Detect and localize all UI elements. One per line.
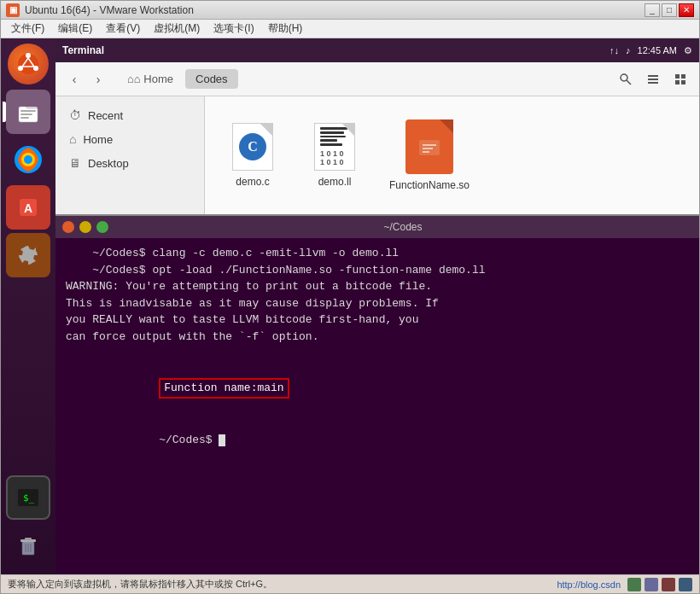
terminal-title-bar: ~/Codes: [55, 216, 699, 238]
list-view-button[interactable]: [641, 67, 665, 91]
svg-rect-18: [25, 538, 32, 540]
vmware-icon: ▣: [6, 3, 20, 17]
sidebar-item-desktop[interactable]: 🖥 Desktop: [55, 151, 204, 175]
dock-files[interactable]: [6, 90, 50, 134]
dock-settings[interactable]: [6, 233, 50, 277]
files-icon: [16, 100, 40, 124]
terminal-icon: $_: [16, 486, 40, 510]
svg-rect-27: [675, 74, 680, 79]
home-sidebar-icon: ⌂: [69, 132, 76, 146]
c-file-icon: C: [232, 123, 273, 171]
breadcrumb: ⌂ ⌂ Home Codes: [117, 69, 238, 89]
terminal-area: ~/Codes ~/Codes$ clang -c demo.c -emit-l…: [55, 216, 699, 574]
desktop-icon: 🖥: [69, 156, 81, 170]
dock-trash[interactable]: [6, 523, 50, 568]
sidebar-item-recent[interactable]: ⏱ Recent: [55, 103, 204, 127]
status-icon-4: [679, 578, 692, 591]
terminal-line-prompt: ~/Codes$: [66, 415, 689, 465]
status-icon-1: [627, 578, 641, 591]
breadcrumb-home[interactable]: ⌂ ⌂ Home: [117, 69, 184, 89]
menu-tab[interactable]: 选项卡(I): [207, 20, 260, 38]
function-name-output: Function name:main: [159, 378, 289, 399]
status-tray-icons: [627, 578, 692, 591]
sidebar-item-home[interactable]: ⌂ Home: [55, 127, 204, 151]
svg-rect-7: [20, 117, 29, 119]
file-item-functionname-so[interactable]: FunctionName.so: [389, 119, 470, 191]
c-logo: C: [239, 133, 266, 160]
file-item-demo-c[interactable]: C demo.c: [225, 123, 280, 188]
svg-text:$_: $_: [23, 492, 35, 504]
terminal-title: ~/Codes: [114, 221, 692, 233]
svg-rect-29: [675, 80, 680, 84]
file-grid: C demo.c 1 0 1 0: [205, 96, 699, 214]
tray-time: 12:45 AM: [638, 45, 677, 55]
volume-icon: ♪: [626, 45, 631, 55]
sort-icon: ↑↓: [610, 45, 619, 55]
ubuntu-area: A $_: [1, 38, 699, 574]
dock-ubuntu[interactable]: [6, 42, 50, 86]
svg-rect-30: [681, 80, 685, 84]
svg-rect-31: [419, 140, 440, 155]
menu-vm[interactable]: 虚拟机(M): [147, 20, 207, 38]
firefox-icon: [12, 143, 44, 176]
file-sidebar: ⏱ Recent ⌂ Home 🖥 Desktop: [55, 96, 205, 214]
minimize-button[interactable]: _: [645, 3, 660, 17]
so-file-graphic: [416, 133, 443, 160]
terminal-cursor: [219, 434, 225, 446]
terminal-line-warning2: This is inadvisable as it may cause disp…: [66, 295, 689, 312]
menu-help[interactable]: 帮助(H): [261, 20, 310, 38]
main-content: A $_: [1, 38, 699, 593]
title-bar: ▣ Ubuntu 16(64) - VMware Workstation _ □…: [1, 1, 699, 20]
svg-rect-28: [681, 74, 685, 79]
terminal-line-2: ~/Codes$ opt -load ./FunctionName.so -fu…: [66, 262, 689, 279]
settings-icon: [16, 243, 40, 267]
menu-file[interactable]: 文件(F): [4, 20, 51, 38]
status-icon-2: [645, 578, 658, 591]
maximize-button[interactable]: □: [662, 3, 677, 17]
so-file-icon: [405, 119, 453, 174]
dock-firefox[interactable]: [6, 137, 50, 182]
svg-text:A: A: [24, 201, 32, 215]
svg-rect-26: [648, 82, 658, 84]
recent-icon: ⏱: [69, 108, 81, 122]
terminal-line-warning4: can force output with the `-f` option.: [66, 329, 689, 346]
terminal-line-1: ~/Codes$ clang -c demo.c -emit-llvm -o d…: [66, 245, 689, 262]
status-hint: 要将输入定向到该虚拟机，请将鼠标指针移入其中或按 Ctrl+G。: [8, 578, 557, 591]
dock-software[interactable]: A: [6, 185, 50, 230]
terminal-close-btn[interactable]: [62, 221, 74, 233]
forward-button[interactable]: ›: [86, 67, 110, 91]
search-button[interactable]: [614, 67, 638, 91]
breadcrumb-codes[interactable]: Codes: [185, 69, 238, 89]
terminal-line-blank: [66, 345, 689, 362]
file-manager-bar: ‹ › ⌂ ⌂ Home Codes: [55, 62, 699, 96]
trash-icon: [16, 533, 40, 557]
back-button[interactable]: ‹: [62, 67, 86, 91]
terminal-maximize-btn[interactable]: [96, 221, 108, 233]
menu-edit[interactable]: 编辑(E): [51, 20, 99, 38]
system-tray: Terminal ↑↓ ♪ 12:45 AM ⚙: [55, 38, 699, 62]
status-icon-3: [662, 578, 675, 591]
grid-view-icon: [674, 73, 687, 86]
menu-view[interactable]: 查看(V): [99, 20, 147, 38]
tray-label: Terminal: [62, 44, 104, 56]
menu-bar: 文件(F) 编辑(E) 查看(V) 虚拟机(M) 选项卡(I) 帮助(H): [1, 20, 699, 38]
file-item-demo-ll[interactable]: 1 0 1 01 0 1 0 demo.ll: [307, 123, 362, 188]
grid-view-button[interactable]: [668, 67, 692, 91]
svg-rect-5: [20, 110, 36, 112]
status-url: http://blog.csdn: [557, 579, 621, 590]
close-button[interactable]: ✕: [679, 3, 694, 17]
terminal-line-result: Function name:main: [66, 362, 689, 416]
terminal-content[interactable]: ~/Codes$ clang -c demo.c -emit-llvm -o d…: [55, 238, 699, 574]
terminal-minimize-btn[interactable]: [79, 221, 91, 233]
fm-right-icons: [614, 67, 692, 91]
dock-terminal[interactable]: $_: [6, 475, 50, 520]
search-icon: [619, 73, 633, 86]
window-title: Ubuntu 16(64) - VMware Workstation: [25, 4, 645, 16]
status-bar: 要将输入定向到该虚拟机，请将鼠标指针移入其中或按 Ctrl+G。 http://…: [1, 574, 699, 593]
file-label-demo-c: demo.c: [236, 176, 269, 188]
right-content: Terminal ↑↓ ♪ 12:45 AM ⚙ ‹ › ⌂: [55, 38, 699, 574]
svg-rect-25: [648, 79, 658, 80]
settings-tray-icon[interactable]: ⚙: [684, 45, 692, 56]
svg-point-10: [24, 155, 32, 164]
vmware-window: ▣ Ubuntu 16(64) - VMware Workstation _ □…: [0, 0, 700, 594]
